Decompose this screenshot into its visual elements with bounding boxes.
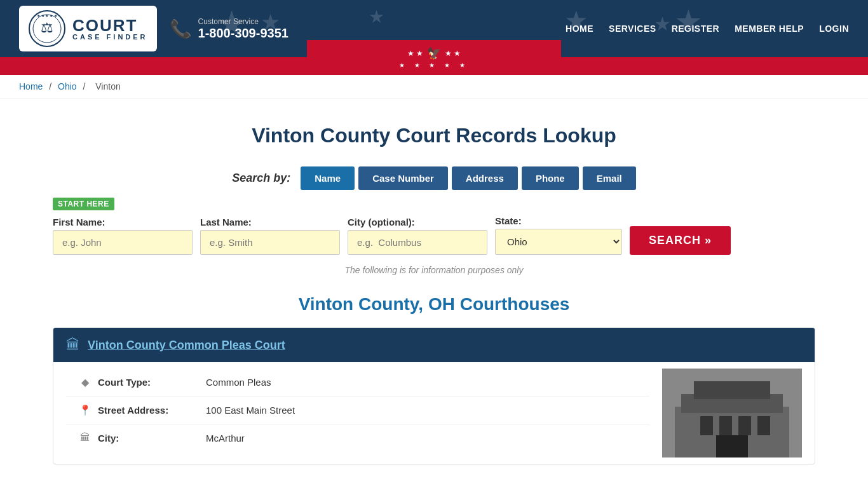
eagle-icon: 🦅 [427,46,441,60]
svg-text:★ ★ ★ ★ ★: ★ ★ ★ ★ ★ [37,14,57,18]
cs-text-block: Customer Service 1-800-309-9351 [198,17,288,41]
street-address-row: 📍 Street Address: 100 East Main Street [66,396,649,424]
court-name-link[interactable]: Vinton County Common Pleas Court [88,339,285,352]
breadcrumb-sep-1: / [49,81,54,92]
banner-arc: ★ ★ 🦅 ★ ★ ★ ★ ★ ★ ★ [0,57,868,75]
court-details: ◆ Court Type: Common Pleas 📍 Street Addr… [53,362,815,464]
state-label: State: [495,215,622,226]
tab-address[interactable]: Address [452,166,518,190]
street-address-label: Street Address: [98,405,200,416]
court-type-label: Court Type: [98,377,200,388]
city-label: City (optional): [348,217,487,227]
tab-phone[interactable]: Phone [522,166,579,190]
start-here-badge: START HERE [53,198,114,210]
city-label-detail: City: [98,433,200,444]
city-row: 🏛 City: McArthur [66,424,649,451]
star-right: ★ ★ [445,49,461,58]
courthouses-title: Vinton County, OH Courthouses [53,294,815,315]
court-info-list: ◆ Court Type: Common Pleas 📍 Street Addr… [53,362,662,464]
address-icon: 📍 [79,404,92,416]
court-card-header: 🏛 Vinton County Common Pleas Court [53,328,815,362]
form-area: START HERE First Name: Last Name: City (… [53,198,815,255]
search-by-label: Search by: [232,172,290,185]
city-icon: 🏛 [79,432,92,444]
first-name-group: First Name: [53,217,193,255]
banner-arc-inner: ★ ★ 🦅 ★ ★ ★ ★ ★ ★ ★ [307,40,561,75]
nav-member-help[interactable]: MEMBER HELP [735,24,804,34]
breadcrumb-sep-2: / [83,81,88,92]
court-building-svg [662,369,802,458]
banner-bottom-stars: ★ ★ ★ ★ ★ [399,62,469,69]
court-type-icon: ◆ [79,376,92,388]
customer-service: 📞 Customer Service 1-800-309-9351 [170,17,288,41]
nav-home[interactable]: HOME [566,24,593,34]
tab-name[interactable]: Name [301,166,355,190]
last-name-group: Last Name: [200,217,340,255]
nav-services[interactable]: SERVICES [609,24,656,34]
svg-rect-12 [716,435,748,458]
nav-login[interactable]: LOGIN [819,24,849,34]
logo-casefinder-label: CASE FINDER [72,34,148,41]
svg-text:⚖: ⚖ [41,20,53,36]
svg-rect-7 [694,381,770,399]
nav-register[interactable]: REGISTER [672,24,720,34]
star-left: ★ ★ [407,49,423,58]
court-image [662,369,802,458]
logo[interactable]: ⚖ ★ ★ ★ ★ ★ COURT CASE FINDER [19,6,157,51]
cs-label: Customer Service [198,17,288,26]
first-name-label: First Name: [53,217,193,227]
tab-case-number[interactable]: Case Number [358,166,448,190]
header-left: ⚖ ★ ★ ★ ★ ★ COURT CASE FINDER 📞 Customer… [19,6,288,51]
court-card: 🏛 Vinton County Common Pleas Court ◆ Cou… [53,327,815,464]
city-input[interactable] [348,230,487,255]
main-nav: HOME SERVICES REGISTER MEMBER HELP LOGIN [566,24,849,34]
logo-court-label: COURT [72,17,148,34]
svg-rect-10 [738,416,751,435]
tab-email[interactable]: Email [583,166,636,190]
city-value: McArthur [206,433,245,444]
page-title: Vinton County Court Records Lookup [53,124,815,147]
svg-rect-11 [757,416,770,435]
banner-stars-row: ★ ★ 🦅 ★ ★ [407,46,461,60]
search-by-row: Search by: Name Case Number Address Phon… [53,166,815,190]
breadcrumb-ohio[interactable]: Ohio [58,81,77,92]
last-name-input[interactable] [200,230,340,255]
first-name-input[interactable] [53,230,193,255]
breadcrumb: Home / Ohio / Vinton [0,75,868,98]
breadcrumb-home[interactable]: Home [19,81,43,92]
info-note: The following is for information purpose… [53,265,815,275]
court-type-row: ◆ Court Type: Common Pleas [66,369,649,396]
court-type-value: Common Pleas [206,377,271,388]
breadcrumb-current: Vinton [95,81,120,92]
phone-icon: 📞 [170,18,192,39]
city-group: City (optional): [348,217,487,255]
svg-rect-8 [700,416,713,435]
logo-text: COURT CASE FINDER [72,17,148,41]
search-button[interactable]: SEARCH » [630,226,731,255]
state-group: State: Ohio Alabama Alaska [495,215,622,255]
last-name-label: Last Name: [200,217,340,227]
state-select[interactable]: Ohio Alabama Alaska [495,229,622,255]
search-form: First Name: Last Name: City (optional): … [53,215,815,255]
street-address-value: 100 East Main Street [206,405,295,416]
cs-phone: 1-800-309-9351 [198,26,288,41]
courthouse-icon: 🏛 [66,337,80,353]
main-content: Vinton County Court Records Lookup Searc… [27,98,841,488]
svg-rect-9 [719,416,732,435]
logo-emblem: ⚖ ★ ★ ★ ★ ★ [28,10,66,48]
